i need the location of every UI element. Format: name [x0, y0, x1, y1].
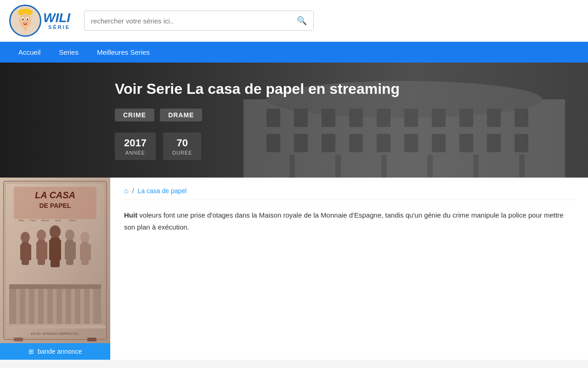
svg-text:DE PAPEL: DE PAPEL: [40, 202, 71, 209]
description-rest: voleurs font une prise d'otages dans la …: [124, 211, 564, 231]
search-icon: 🔍: [297, 16, 307, 25]
svg-text:Paco: Paco: [30, 219, 36, 222]
svg-rect-78: [90, 287, 93, 325]
svg-point-6: [27, 18, 28, 20]
svg-rect-63: [65, 242, 68, 259]
meta-duration: 70 DURÉE: [163, 132, 202, 160]
content-area: ⌂ / La casa de papel Huit voleurs font u…: [110, 178, 588, 360]
sidebar: LA CASA DE PAPEL Alba Paco Álvaro Itziar…: [0, 178, 110, 360]
breadcrumb-current[interactable]: La casa de papel: [138, 187, 187, 195]
svg-point-65: [80, 232, 90, 243]
svg-rect-64: [72, 242, 76, 259]
svg-rect-35: [427, 155, 433, 178]
svg-point-57: [50, 225, 61, 238]
duration-label: DURÉE: [172, 150, 192, 155]
logo[interactable]: WILI SÉRIE: [9, 5, 70, 37]
series-description: Huit voleurs font une prise d'otages dan…: [124, 209, 574, 233]
svg-rect-73: [44, 287, 47, 325]
svg-rect-9: [23, 27, 27, 31]
svg-rect-21: [514, 109, 528, 127]
svg-rect-18: [432, 109, 446, 127]
bande-annonce-label: bande annonce: [38, 348, 82, 355]
svg-point-2: [19, 13, 31, 28]
svg-rect-84: [87, 338, 96, 341]
logo-wili-text: WILI: [43, 12, 70, 24]
hero-title: Voir Serie La casa de papel en streaming: [115, 80, 400, 98]
svg-rect-77: [80, 287, 84, 325]
svg-text:Pedro: Pedro: [69, 219, 77, 222]
svg-point-61: [65, 230, 74, 241]
nav-accueil[interactable]: Accueil: [9, 42, 50, 63]
svg-rect-79: [9, 284, 101, 289]
tag-drame[interactable]: DRAME: [160, 109, 202, 121]
svg-rect-71: [25, 287, 29, 325]
film-icon: ⊞: [28, 348, 34, 355]
svg-rect-81: [5, 326, 106, 328]
site-header: WILI SÉRIE 🔍: [0, 0, 588, 42]
svg-rect-72: [34, 287, 38, 325]
svg-rect-28: [432, 134, 446, 152]
svg-rect-68: [87, 244, 91, 260]
svg-rect-51: [20, 244, 24, 260]
svg-text:Itziar: Itziar: [55, 219, 61, 222]
logo-text-group: WILI SÉRIE: [43, 12, 70, 30]
meta-year: 2017 ANNÉE: [115, 132, 156, 160]
description-highlight: Huit: [124, 211, 137, 219]
meta-info: 2017 ANNÉE 70 DURÉE: [115, 132, 400, 160]
breadcrumb: ⌂ / La casa de papel: [124, 187, 574, 200]
year-label: ANNÉE: [124, 150, 147, 155]
svg-point-53: [37, 230, 46, 241]
svg-rect-55: [36, 242, 40, 259]
nav-series[interactable]: Series: [50, 42, 88, 63]
svg-rect-59: [49, 240, 53, 260]
svg-rect-60: [57, 240, 61, 260]
svg-rect-20: [487, 109, 501, 127]
svg-rect-8: [24, 23, 27, 23]
genre-tags: CRIME DRAME: [115, 109, 400, 121]
logo-circle: [9, 5, 41, 37]
nav-meilleures-series[interactable]: Meilleures Series: [88, 42, 159, 63]
hero-content: Voir Serie La casa de papel en streaming…: [0, 67, 413, 174]
svg-rect-83: [14, 338, 23, 341]
svg-text:LA CASA: LA CASA: [35, 190, 75, 200]
svg-point-5: [23, 18, 24, 20]
main-nav: Accueil Series Meilleures Series: [0, 42, 588, 63]
movie-poster: LA CASA DE PAPEL Alba Paco Álvaro Itziar…: [0, 178, 110, 343]
hero-banner: Voir Serie La casa de papel en streaming…: [0, 63, 588, 178]
svg-rect-19: [459, 109, 473, 127]
home-icon[interactable]: ⌂: [124, 187, 129, 195]
svg-text:Álvaro: Álvaro: [41, 219, 50, 222]
svg-rect-37: [519, 155, 525, 178]
search-bar: 🔍: [84, 11, 314, 31]
svg-rect-70: [16, 287, 20, 325]
logo-serie-text: SÉRIE: [43, 24, 70, 30]
svg-rect-74: [53, 287, 57, 325]
search-button[interactable]: 🔍: [290, 11, 313, 30]
svg-rect-29: [459, 134, 473, 152]
svg-rect-75: [62, 287, 66, 325]
tag-crime[interactable]: CRIME: [115, 109, 154, 121]
svg-rect-67: [80, 244, 84, 260]
duration-value: 70: [172, 137, 192, 149]
svg-rect-56: [44, 242, 47, 259]
bande-annonce-button[interactable]: ⊞ bande annonce: [0, 343, 110, 360]
year-value: 2017: [124, 137, 147, 149]
svg-rect-30: [487, 134, 501, 152]
breadcrumb-separator: /: [132, 187, 134, 195]
svg-text:ES EL ATRADO PERFECTO.: ES EL ATRADO PERFECTO.: [31, 332, 79, 336]
svg-rect-76: [71, 287, 75, 325]
search-input[interactable]: [85, 12, 290, 29]
svg-point-49: [21, 232, 30, 243]
svg-rect-52: [28, 244, 31, 260]
svg-rect-31: [514, 134, 528, 152]
svg-rect-36: [473, 155, 479, 178]
svg-text:Alba: Alba: [18, 219, 24, 222]
main-content: LA CASA DE PAPEL Alba Paco Álvaro Itziar…: [0, 178, 588, 360]
